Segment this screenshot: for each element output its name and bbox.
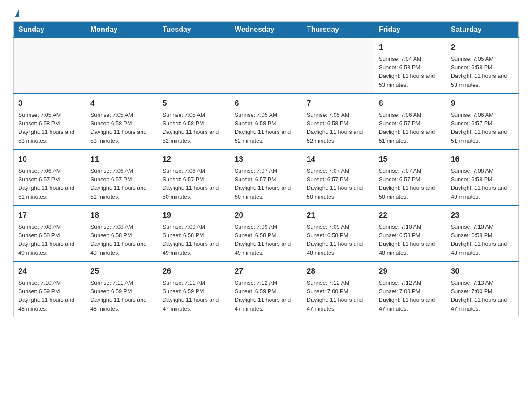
day-number: 28 bbox=[307, 265, 369, 277]
day-info: Sunrise: 7:12 AM Sunset: 7:00 PM Dayligh… bbox=[307, 279, 369, 314]
day-number: 8 bbox=[379, 98, 442, 109]
weekday-header-row: SundayMondayTuesdayWednesdayThursdayFrid… bbox=[14, 22, 519, 38]
calendar-cell: 20Sunrise: 7:09 AM Sunset: 6:58 PM Dayli… bbox=[230, 206, 302, 261]
day-info: Sunrise: 7:08 AM Sunset: 6:58 PM Dayligh… bbox=[451, 167, 514, 202]
calendar-cell: 12Sunrise: 7:06 AM Sunset: 6:57 PM Dayli… bbox=[158, 150, 230, 206]
calendar-week-row: 1Sunrise: 7:04 AM Sunset: 6:58 PM Daylig… bbox=[14, 38, 519, 94]
day-info: Sunrise: 7:12 AM Sunset: 6:59 PM Dayligh… bbox=[235, 279, 297, 314]
day-number: 22 bbox=[379, 210, 442, 221]
day-number: 11 bbox=[90, 154, 153, 165]
calendar-cell: 14Sunrise: 7:07 AM Sunset: 6:57 PM Dayli… bbox=[302, 150, 374, 206]
calendar-cell: 28Sunrise: 7:12 AM Sunset: 7:00 PM Dayli… bbox=[302, 261, 374, 317]
day-number: 17 bbox=[18, 210, 81, 221]
day-number: 20 bbox=[235, 210, 297, 221]
day-info: Sunrise: 7:05 AM Sunset: 6:58 PM Dayligh… bbox=[18, 111, 81, 146]
day-number: 12 bbox=[163, 154, 225, 165]
day-number: 9 bbox=[451, 98, 514, 109]
day-number: 18 bbox=[90, 210, 153, 221]
day-number: 2 bbox=[451, 42, 514, 53]
weekday-header-monday: Monday bbox=[86, 22, 158, 38]
day-number: 29 bbox=[379, 265, 442, 277]
calendar-cell: 24Sunrise: 7:10 AM Sunset: 6:59 PM Dayli… bbox=[14, 261, 86, 317]
calendar-week-row: 3Sunrise: 7:05 AM Sunset: 6:58 PM Daylig… bbox=[14, 94, 519, 150]
calendar-cell bbox=[14, 38, 86, 94]
calendar-cell: 22Sunrise: 7:10 AM Sunset: 6:58 PM Dayli… bbox=[374, 206, 446, 261]
day-info: Sunrise: 7:06 AM Sunset: 6:57 PM Dayligh… bbox=[90, 167, 153, 202]
day-info: Sunrise: 7:05 AM Sunset: 6:58 PM Dayligh… bbox=[90, 111, 153, 146]
day-number: 15 bbox=[379, 154, 442, 165]
day-number: 1 bbox=[379, 42, 442, 53]
day-number: 5 bbox=[163, 98, 225, 109]
weekday-header-wednesday: Wednesday bbox=[230, 22, 302, 38]
day-number: 10 bbox=[18, 154, 81, 165]
day-number: 14 bbox=[307, 154, 369, 165]
weekday-header-sunday: Sunday bbox=[14, 22, 86, 38]
calendar-cell: 17Sunrise: 7:08 AM Sunset: 6:58 PM Dayli… bbox=[14, 206, 86, 261]
day-info: Sunrise: 7:10 AM Sunset: 6:58 PM Dayligh… bbox=[379, 223, 442, 258]
calendar-cell: 13Sunrise: 7:07 AM Sunset: 6:57 PM Dayli… bbox=[230, 150, 302, 206]
weekday-header-friday: Friday bbox=[374, 22, 446, 38]
day-info: Sunrise: 7:13 AM Sunset: 7:00 PM Dayligh… bbox=[451, 279, 514, 314]
page-header bbox=[13, 9, 519, 17]
day-info: Sunrise: 7:07 AM Sunset: 6:57 PM Dayligh… bbox=[307, 167, 369, 202]
day-number: 25 bbox=[90, 265, 153, 277]
day-number: 26 bbox=[163, 265, 225, 277]
calendar-cell: 30Sunrise: 7:13 AM Sunset: 7:00 PM Dayli… bbox=[446, 261, 519, 317]
calendar-cell: 16Sunrise: 7:08 AM Sunset: 6:58 PM Dayli… bbox=[446, 150, 519, 206]
calendar-cell: 6Sunrise: 7:05 AM Sunset: 6:58 PM Daylig… bbox=[230, 94, 302, 150]
calendar-cell: 29Sunrise: 7:12 AM Sunset: 7:00 PM Dayli… bbox=[374, 261, 446, 317]
calendar-cell: 23Sunrise: 7:10 AM Sunset: 6:58 PM Dayli… bbox=[446, 206, 519, 261]
day-number: 16 bbox=[451, 154, 514, 165]
day-info: Sunrise: 7:11 AM Sunset: 6:59 PM Dayligh… bbox=[90, 279, 153, 314]
day-number: 13 bbox=[235, 154, 297, 165]
calendar-cell: 26Sunrise: 7:11 AM Sunset: 6:59 PM Dayli… bbox=[158, 261, 230, 317]
day-info: Sunrise: 7:05 AM Sunset: 6:58 PM Dayligh… bbox=[307, 111, 369, 146]
day-number: 19 bbox=[163, 210, 225, 221]
logo bbox=[13, 9, 19, 17]
day-info: Sunrise: 7:09 AM Sunset: 6:58 PM Dayligh… bbox=[163, 223, 225, 258]
calendar-cell: 21Sunrise: 7:09 AM Sunset: 6:58 PM Dayli… bbox=[302, 206, 374, 261]
calendar-cell: 1Sunrise: 7:04 AM Sunset: 6:58 PM Daylig… bbox=[374, 38, 446, 94]
day-info: Sunrise: 7:08 AM Sunset: 6:58 PM Dayligh… bbox=[90, 223, 153, 258]
day-info: Sunrise: 7:05 AM Sunset: 6:58 PM Dayligh… bbox=[235, 111, 297, 146]
day-info: Sunrise: 7:09 AM Sunset: 6:58 PM Dayligh… bbox=[307, 223, 369, 258]
day-number: 6 bbox=[235, 98, 297, 109]
day-info: Sunrise: 7:06 AM Sunset: 6:57 PM Dayligh… bbox=[163, 167, 225, 202]
day-info: Sunrise: 7:06 AM Sunset: 6:57 PM Dayligh… bbox=[451, 111, 514, 146]
calendar-cell: 10Sunrise: 7:06 AM Sunset: 6:57 PM Dayli… bbox=[14, 150, 86, 206]
day-info: Sunrise: 7:08 AM Sunset: 6:58 PM Dayligh… bbox=[18, 223, 81, 258]
calendar-cell: 2Sunrise: 7:05 AM Sunset: 6:58 PM Daylig… bbox=[446, 38, 519, 94]
calendar-cell bbox=[230, 38, 302, 94]
calendar-week-row: 17Sunrise: 7:08 AM Sunset: 6:58 PM Dayli… bbox=[14, 206, 519, 261]
day-number: 24 bbox=[18, 265, 81, 277]
calendar-cell: 8Sunrise: 7:06 AM Sunset: 6:57 PM Daylig… bbox=[374, 94, 446, 150]
day-info: Sunrise: 7:06 AM Sunset: 6:57 PM Dayligh… bbox=[18, 167, 81, 202]
day-info: Sunrise: 7:07 AM Sunset: 6:57 PM Dayligh… bbox=[379, 167, 442, 202]
calendar-cell: 27Sunrise: 7:12 AM Sunset: 6:59 PM Dayli… bbox=[230, 261, 302, 317]
calendar-cell: 5Sunrise: 7:05 AM Sunset: 6:58 PM Daylig… bbox=[158, 94, 230, 150]
day-number: 4 bbox=[90, 98, 153, 109]
calendar-cell bbox=[302, 38, 374, 94]
day-number: 27 bbox=[235, 265, 297, 277]
day-info: Sunrise: 7:07 AM Sunset: 6:57 PM Dayligh… bbox=[235, 167, 297, 202]
day-info: Sunrise: 7:09 AM Sunset: 6:58 PM Dayligh… bbox=[235, 223, 297, 258]
day-number: 3 bbox=[18, 98, 81, 109]
day-number: 7 bbox=[307, 98, 369, 109]
calendar-cell: 11Sunrise: 7:06 AM Sunset: 6:57 PM Dayli… bbox=[86, 150, 158, 206]
calendar-cell: 18Sunrise: 7:08 AM Sunset: 6:58 PM Dayli… bbox=[86, 206, 158, 261]
day-info: Sunrise: 7:10 AM Sunset: 6:58 PM Dayligh… bbox=[451, 223, 514, 258]
day-info: Sunrise: 7:06 AM Sunset: 6:57 PM Dayligh… bbox=[379, 111, 442, 146]
calendar-cell bbox=[158, 38, 230, 94]
day-number: 30 bbox=[451, 265, 514, 277]
weekday-header-thursday: Thursday bbox=[302, 22, 374, 38]
calendar-cell bbox=[86, 38, 158, 94]
calendar-cell: 3Sunrise: 7:05 AM Sunset: 6:58 PM Daylig… bbox=[14, 94, 86, 150]
calendar-cell: 9Sunrise: 7:06 AM Sunset: 6:57 PM Daylig… bbox=[446, 94, 519, 150]
day-info: Sunrise: 7:12 AM Sunset: 7:00 PM Dayligh… bbox=[379, 279, 442, 314]
day-info: Sunrise: 7:05 AM Sunset: 6:58 PM Dayligh… bbox=[163, 111, 225, 146]
weekday-header-saturday: Saturday bbox=[446, 22, 519, 38]
day-info: Sunrise: 7:04 AM Sunset: 6:58 PM Dayligh… bbox=[379, 55, 442, 90]
calendar-cell: 7Sunrise: 7:05 AM Sunset: 6:58 PM Daylig… bbox=[302, 94, 374, 150]
day-info: Sunrise: 7:10 AM Sunset: 6:59 PM Dayligh… bbox=[18, 279, 81, 314]
calendar-cell: 19Sunrise: 7:09 AM Sunset: 6:58 PM Dayli… bbox=[158, 206, 230, 261]
